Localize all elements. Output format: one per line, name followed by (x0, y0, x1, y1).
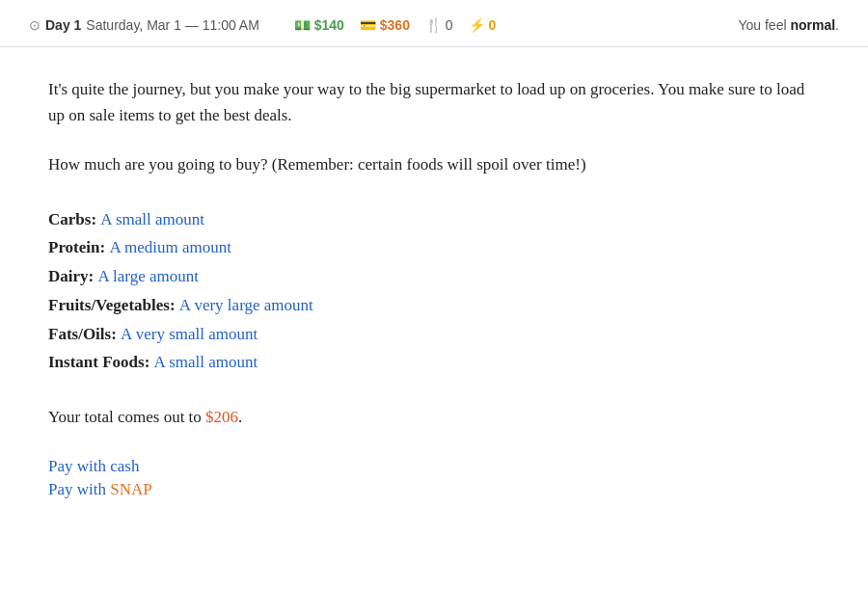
food-value: 0 (446, 17, 453, 33)
food-item: Dairy: A large amount (48, 262, 820, 291)
food-amount: A small amount (100, 210, 204, 228)
cash-icon: 💵 (294, 17, 311, 33)
fork-icon: 🍴 (425, 17, 442, 33)
day-label: Day 1 (45, 17, 81, 33)
food-item: Fruits/Vegetables: A very large amount (48, 291, 820, 320)
snap-highlight: SNAP (110, 480, 151, 498)
clock-icon: ⊙ (29, 17, 41, 33)
food-label: Instant Foods: (48, 353, 154, 371)
food-amount: A medium amount (109, 238, 231, 256)
intro-paragraph: It's quite the journey, but you make you… (48, 76, 820, 128)
total-prefix: Your total comes out to (48, 408, 205, 426)
total-value: $206 (205, 408, 238, 426)
energy-icon: ⚡ (469, 17, 485, 33)
feeling-prefix: You feel (738, 17, 790, 33)
cash-stat: 💵 $140 (294, 17, 344, 33)
food-amount: A large amount (97, 267, 199, 285)
food-label: Dairy: (48, 267, 97, 285)
food-amount: A small amount (154, 353, 258, 371)
food-label: Protein: (48, 238, 109, 256)
payment-options: Pay with cash Pay with SNAP (48, 457, 820, 499)
question-paragraph: How much are you going to buy? (Remember… (48, 151, 820, 177)
food-label: Fats/Oils: (48, 325, 121, 343)
food-amount: A very large amount (179, 296, 313, 314)
food-list: Carbs: A small amountProtein: A medium a… (48, 205, 820, 378)
energy-stat: ⚡ 0 (469, 17, 497, 33)
card-icon: 💳 (360, 17, 376, 33)
cash-value: $140 (314, 17, 344, 33)
total-line: Your total comes out to $206. (48, 404, 820, 430)
pay-snap-link[interactable]: Pay with SNAP (48, 480, 820, 499)
pay-cash-link[interactable]: Pay with cash (48, 457, 820, 476)
food-label: Fruits/Vegetables: (48, 296, 179, 314)
card-value: $360 (380, 17, 410, 33)
total-suffix: . (238, 408, 242, 426)
food-label: Carbs: (48, 210, 100, 228)
feeling-value: normal (790, 17, 835, 33)
card-stat: 💳 $360 (360, 17, 410, 33)
header-bar: ⊙ Day 1 Saturday, Mar 1 — 11:00 AM 💵 $14… (0, 0, 868, 47)
energy-value: 0 (489, 17, 497, 33)
feeling-suffix: . (835, 17, 839, 33)
food-item: Protein: A medium amount (48, 233, 820, 262)
day-date: Saturday, Mar 1 — 11:00 AM (86, 17, 259, 33)
food-item: Fats/Oils: A very small amount (48, 320, 820, 349)
food-amount: A very small amount (121, 325, 258, 343)
feeling-status: You feel normal. (738, 17, 839, 33)
header-stats: 💵 $140 💳 $360 🍴 0 ⚡ 0 (294, 17, 496, 33)
main-content: It's quite the journey, but you make you… (0, 47, 868, 538)
food-item: Carbs: A small amount (48, 205, 820, 234)
food-item: Instant Foods: A small amount (48, 348, 820, 377)
food-stat: 🍴 0 (425, 17, 453, 33)
header-day: ⊙ Day 1 Saturday, Mar 1 — 11:00 AM (29, 17, 259, 33)
